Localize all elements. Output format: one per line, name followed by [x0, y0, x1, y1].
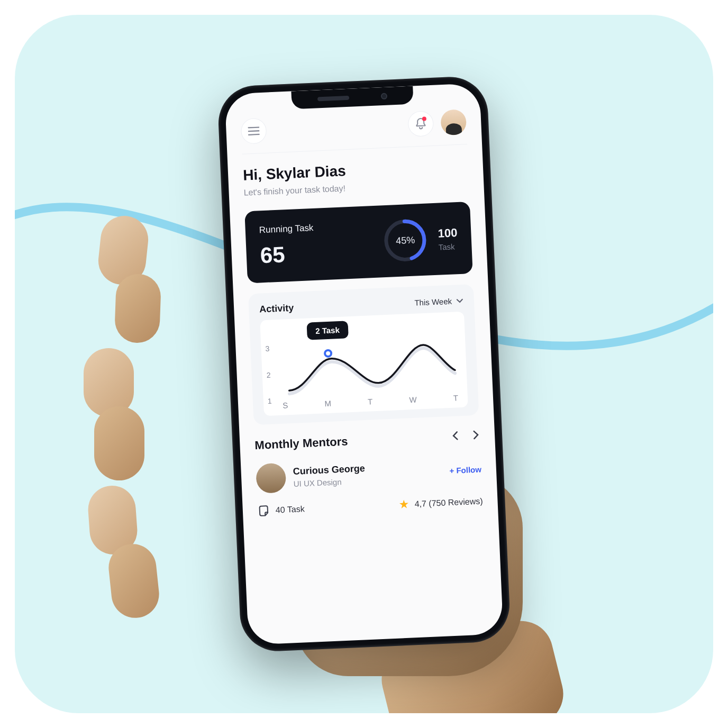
note-icon: [257, 504, 270, 517]
mentor-card: Curious George UI UX Design + Follow: [256, 454, 482, 494]
activity-title: Activity: [259, 303, 294, 315]
mentors-title: Monthly Mentors: [254, 434, 348, 452]
activity-range-label: This Week: [414, 297, 452, 307]
y-tick: 3: [265, 344, 275, 353]
svg-rect-1: [248, 130, 260, 132]
running-task-count: 65: [260, 241, 315, 268]
x-tick: M: [324, 399, 331, 408]
app-screen: Hi, Skylar Dias Let's finish your task t…: [225, 83, 504, 645]
chevron-down-icon: [456, 298, 463, 304]
activity-card: Activity This Week 2 Task 3 2: [248, 284, 479, 425]
svg-rect-0: [248, 126, 259, 128]
mentor-role: UI UX Design: [293, 476, 366, 488]
x-tick: W: [409, 395, 417, 405]
total-tasks-label: Task: [438, 242, 458, 252]
activity-chart: 2 Task 3 2 1 S M: [260, 312, 468, 416]
running-task-card: Running Task 65 45% 100: [244, 202, 473, 283]
star-icon: ★: [398, 498, 410, 512]
mentor-avatar[interactable]: [256, 463, 286, 494]
progress-ring: 45%: [381, 216, 430, 265]
x-tick: T: [453, 393, 458, 402]
svg-rect-2: [248, 134, 260, 135]
chevron-right-icon: [471, 430, 480, 441]
mentor-tasks-label: 40 Task: [276, 504, 305, 515]
progress-percent: 45%: [381, 216, 430, 265]
chart-tooltip: 2 Task: [306, 321, 348, 340]
running-task-label: Running Task: [259, 223, 313, 235]
follow-button[interactable]: + Follow: [449, 465, 481, 475]
hamburger-icon: [248, 126, 260, 135]
mentors-prev-button[interactable]: [451, 430, 460, 443]
chevron-left-icon: [451, 430, 460, 441]
x-tick: S: [283, 401, 288, 410]
mentors-next-button[interactable]: [471, 430, 480, 443]
activity-range-dropdown[interactable]: This Week: [414, 296, 463, 307]
notifications-button[interactable]: [407, 111, 434, 137]
y-tick: 2: [266, 370, 276, 379]
phone-frame: Hi, Skylar Dias Let's finish your task t…: [217, 75, 511, 652]
app-backdrop: Hi, Skylar Dias Let's finish your task t…: [15, 15, 713, 713]
mentor-rating-label: 4,7 (750 Reviews): [414, 496, 483, 509]
total-tasks-number: 100: [438, 226, 458, 241]
mentor-name: Curious George: [293, 463, 365, 477]
x-tick: T: [368, 397, 373, 406]
y-tick: 1: [268, 396, 278, 405]
menu-button[interactable]: [241, 118, 267, 144]
profile-avatar[interactable]: [440, 109, 467, 135]
